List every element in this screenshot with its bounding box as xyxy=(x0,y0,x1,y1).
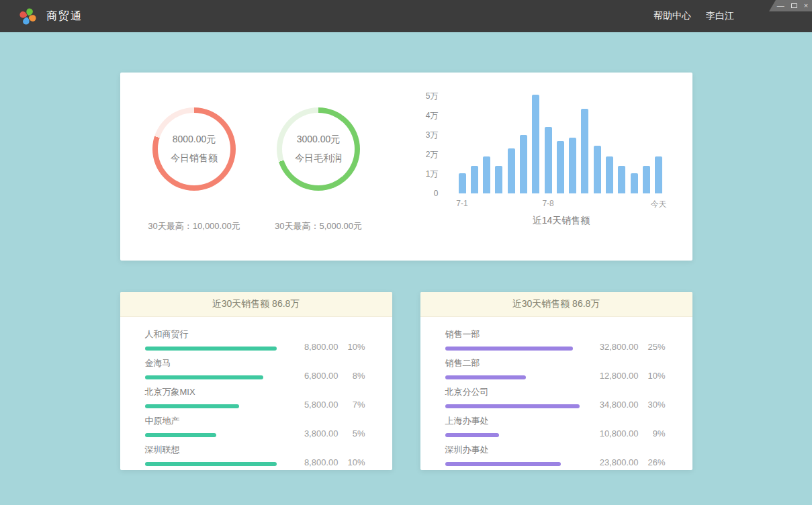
rank-item-name: 深圳联想 xyxy=(145,444,279,456)
rank-item-bar-fill xyxy=(445,347,573,351)
rank-item-name: 销售二部 xyxy=(445,357,580,369)
help-center-link[interactable]: 帮助中心 xyxy=(653,10,691,22)
rank-item-name: 深圳办事处 xyxy=(445,444,580,456)
rank-item-percent: 26% xyxy=(645,457,666,467)
today-profit-widget: 3000.00元 今日毛利润 30天最高：5,000.00元 xyxy=(257,73,381,261)
titlebar-menu: 帮助中心 李白江 xyxy=(653,10,734,22)
chart-bar xyxy=(618,166,625,193)
rank-row: 销售二部 12,800.00 10% xyxy=(445,357,666,379)
rank-item-bar xyxy=(145,462,279,466)
rank-item-bar xyxy=(445,462,580,466)
rank-item-amount: 3,800.00 xyxy=(296,428,339,439)
rank-item-name: 人和商贸行 xyxy=(145,328,279,340)
today-sales-caption: 今日销售额 xyxy=(171,152,218,165)
overview-card: 8000.00元 今日销售额 30天最高：10,000.00元 3000.00元… xyxy=(120,73,692,261)
chart-title: 近14天销售额 xyxy=(459,215,664,227)
x-tick-label: 今天 xyxy=(651,199,667,210)
rank-item-name: 北京分公司 xyxy=(445,386,580,398)
rank-item-amount: 34,800.00 xyxy=(596,400,639,410)
today-sales-value: 8000.00元 xyxy=(173,134,216,146)
rank-item-bar xyxy=(145,347,279,351)
rank-row-left: 销售一部 xyxy=(445,328,580,351)
x-tick-label: 7-1 xyxy=(456,199,467,208)
close-icon[interactable]: × xyxy=(804,2,808,9)
username[interactable]: 李白江 xyxy=(706,10,734,22)
today-sales-center: 8000.00元 今日销售额 xyxy=(152,107,236,191)
customer-rank-title: 近30天销售额 86.8万 xyxy=(120,292,392,317)
maximize-icon[interactable] xyxy=(791,3,797,8)
today-sales-donut: 8000.00元 今日销售额 xyxy=(152,107,236,191)
rank-item-bar xyxy=(445,347,580,351)
rank-item-percent: 8% xyxy=(345,371,365,381)
chart-bar xyxy=(483,156,490,193)
rank-item-amount: 8,800.00 xyxy=(296,457,339,467)
today-profit-donut: 3000.00元 今日毛利润 xyxy=(277,107,360,191)
rank-item-bar xyxy=(145,433,279,437)
chart-bar xyxy=(581,109,588,194)
rank-row-left: 深圳联想 xyxy=(145,444,279,466)
chart-bar xyxy=(606,156,613,193)
x-tick-label: 7-8 xyxy=(542,199,553,208)
rank-item-bar-fill xyxy=(145,375,263,379)
y-tick-label: 3万 xyxy=(426,130,439,140)
pinwheel-logo-icon xyxy=(19,7,37,26)
sales-14d-chart: 5万4万3万2万1万0 7-17-8今天 近14天销售额 xyxy=(381,73,692,261)
rank-item-percent: 25% xyxy=(645,342,666,352)
rank-item-bar xyxy=(145,404,279,408)
today-profit-center: 3000.00元 今日毛利润 xyxy=(277,107,360,191)
rank-row-right: 6,800.00 8% xyxy=(279,371,365,381)
rank-row-left: 深圳办事处 xyxy=(445,444,580,466)
rank-item-amount: 10,800.00 xyxy=(596,428,639,439)
rank-item-bar-fill xyxy=(145,462,277,466)
customer-rank-list: 人和商贸行 8,800.00 10% 金海马 6,800.00 8% 北京万象M… xyxy=(120,317,392,466)
rank-item-amount: 32,800.00 xyxy=(596,342,639,352)
chart-bar xyxy=(569,138,576,193)
rank-row: 北京万象MIX 5,800.00 7% xyxy=(145,386,365,408)
department-rank-card: 近30天销售额 86.8万 销售一部 32,800.00 25% 销售二部 12… xyxy=(420,292,692,470)
today-sales-widget: 8000.00元 今日销售额 30天最高：10,000.00元 xyxy=(132,73,257,261)
department-rank-list: 销售一部 32,800.00 25% 销售二部 12,800.00 10% 北京… xyxy=(420,317,692,466)
rank-row-right: 3,800.00 5% xyxy=(279,428,365,439)
rank-row-right: 8,800.00 10% xyxy=(279,457,365,467)
customer-rank-card: 近30天销售额 86.8万 人和商贸行 8,800.00 10% 金海马 6,8… xyxy=(120,292,392,470)
chart-y-axis: 5万4万3万2万1万0 xyxy=(412,86,439,193)
rank-item-bar-fill xyxy=(145,433,216,437)
rank-item-amount: 23,800.00 xyxy=(596,457,639,467)
titlebar: 商贸通 帮助中心 李白江 — × xyxy=(0,0,812,32)
chart-bar xyxy=(471,166,478,193)
rank-row: 金海马 6,800.00 8% xyxy=(145,357,365,379)
rank-cards-row: 近30天销售额 86.8万 人和商贸行 8,800.00 10% 金海马 6,8… xyxy=(120,292,692,470)
rank-row-right: 8,800.00 10% xyxy=(279,342,365,352)
rank-row-right: 32,800.00 25% xyxy=(580,342,666,352)
y-tick-label: 2万 xyxy=(426,149,439,160)
window-controls: — × xyxy=(769,0,812,11)
y-tick-label: 0 xyxy=(434,188,439,199)
rank-item-bar-fill xyxy=(445,462,561,466)
chart-bar xyxy=(655,156,662,193)
rank-row-left: 金海马 xyxy=(145,357,279,379)
rank-item-percent: 7% xyxy=(345,400,365,410)
chart-x-axis: 7-17-8今天 xyxy=(459,199,664,210)
rank-row-left: 北京分公司 xyxy=(445,386,580,408)
rank-row-right: 5,800.00 7% xyxy=(279,400,365,410)
chart-bar xyxy=(532,95,539,193)
rank-row: 北京分公司 34,800.00 30% xyxy=(445,386,666,408)
rank-item-percent: 10% xyxy=(345,457,365,467)
rank-item-percent: 9% xyxy=(645,428,666,439)
chart-bar xyxy=(520,135,527,193)
rank-row-left: 销售二部 xyxy=(445,357,580,379)
bar-chart-plot xyxy=(459,86,664,193)
rank-row-right: 23,800.00 26% xyxy=(580,457,666,467)
rank-item-bar-fill xyxy=(145,347,277,351)
rank-item-amount: 12,800.00 xyxy=(596,371,639,381)
rank-item-amount: 8,800.00 xyxy=(296,342,339,352)
rank-item-bar xyxy=(145,375,279,379)
minimize-icon[interactable]: — xyxy=(777,2,784,9)
chart-bar xyxy=(508,148,515,193)
rank-item-bar xyxy=(445,433,580,437)
chart-bar xyxy=(545,127,552,193)
rank-item-name: 金海马 xyxy=(145,357,279,369)
rank-row: 人和商贸行 8,800.00 10% xyxy=(145,328,365,351)
chart-bar xyxy=(557,141,564,194)
rank-item-percent: 30% xyxy=(645,400,666,410)
